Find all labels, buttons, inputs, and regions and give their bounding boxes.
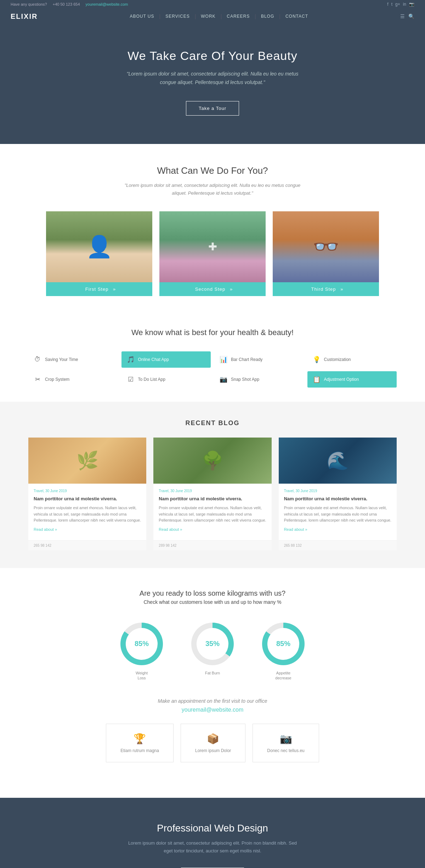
step-image-1: 👤 (46, 211, 152, 282)
feature-adjustment[interactable]: 📋 Adjustment Option (307, 371, 397, 388)
hero-description: "Lorem ipsum dolor sit amet, consectetur… (124, 70, 301, 87)
feature-saving-time-label: Saving Your Time (45, 357, 78, 362)
social-linkedin[interactable]: in (403, 2, 406, 7)
nav-services[interactable]: SERVICES (161, 12, 194, 21)
professional-title: Professional Web Design (28, 823, 397, 834)
feature-adjustment-label: Adjustment Option (324, 377, 359, 382)
adjustment-icon: 📋 (313, 375, 321, 383)
circle-pct-1: 85% (135, 640, 149, 648)
top-bar-phone: +40 50 123 654 (53, 2, 80, 6)
circle-label-2: Fat Burn (191, 671, 234, 675)
blog-stats-1: 265 98 142 (28, 540, 146, 550)
blog-meta-1: Travel, 30 June 2019 (34, 489, 141, 493)
blog-image-1: 🌿 (28, 438, 146, 484)
social-facebook[interactable]: f (387, 2, 388, 7)
circle-bg-2: 35% (191, 623, 234, 665)
services-title: What Can We Do For You? (28, 165, 397, 176)
todo-icon: ☑ (127, 375, 135, 383)
navbar-logo[interactable]: ELIXIR (11, 12, 38, 21)
navbar-links: ABOUT US | SERVICES | WORK | CAREERS | B… (125, 12, 312, 21)
blog-content-3: Travel, 30 June 2019 Nam porttitor urna … (279, 484, 397, 540)
blog-card-3: 🌊 Travel, 30 June 2019 Nam porttitor urn… (279, 438, 397, 550)
feature-snapshot[interactable]: 📷 Snap Shot App (214, 371, 304, 388)
bar-chart-icon: 📊 (220, 356, 227, 363)
feature-bar-chart[interactable]: 📊 Bar Chart Ready (214, 351, 304, 368)
step-card-2: ✚ Second Step » (159, 211, 266, 296)
blog-meta-3: Travel, 30 June 2019 (284, 489, 391, 493)
saving-time-icon: ⏱ (34, 356, 41, 363)
health-banner: We know what is best for your health & b… (0, 317, 425, 344)
circle-inner-2: 35% (197, 628, 228, 660)
step-label-1[interactable]: First Step » (46, 282, 152, 296)
appointment-icons: 🏆 Etiam rutrum magna 📦 Lorem ipsum Dolor… (57, 724, 368, 762)
blog-image-2: 🌳 (153, 438, 271, 484)
health-banner-title: We know what is best for your health & b… (28, 328, 397, 337)
top-bar-social: f t g+ in 📷 (387, 2, 414, 7)
step-image-2: ✚ (159, 211, 266, 282)
nav-work[interactable]: WORK (197, 12, 220, 21)
blog-section: RECENT BLOG 🌿 Travel, 30 June 2019 Nam p… (0, 402, 425, 568)
blog-stats-3: 265 88 132 (279, 540, 397, 550)
hero-section: We Take Care Of Your Beauty "Lorem ipsum… (0, 24, 425, 144)
navbar-menu-icon[interactable]: ☰ (400, 13, 405, 19)
feature-online-chat[interactable]: 🎵 Online Chat App (121, 351, 211, 368)
blog-image-3: 🌊 (279, 438, 397, 484)
feature-todo[interactable]: ☑ To Do List App (121, 371, 211, 388)
online-chat-icon: 🎵 (127, 356, 135, 363)
blog-card-1: 🌿 Travel, 30 June 2019 Nam porttitor urn… (28, 438, 146, 550)
step-image-3: 👓 (273, 211, 379, 282)
apt-icon-1: 🏆 (120, 733, 159, 745)
navbar-search-icon[interactable]: 🔍 (408, 13, 414, 19)
blog-read-2[interactable]: Read about » (159, 527, 266, 532)
step-label-3[interactable]: Third Step » (273, 282, 379, 296)
nav-careers[interactable]: CAREERS (222, 12, 254, 21)
top-bar: Have any questions? +40 50 123 654 youre… (0, 0, 425, 9)
blog-text-1: Proin ornare vulputate est amet rhoncus.… (34, 505, 141, 524)
nav-blog[interactable]: BLOG (257, 12, 278, 21)
services-subtitle: "Lorem ipsum dolor sit amet, consectetur… (124, 182, 301, 197)
feature-customization-label: Customization (324, 357, 351, 362)
step-card-3: 👓 Third Step » (273, 211, 379, 296)
blog-content-2: Travel, 30 June 2019 Nam porttitor urna … (153, 484, 271, 540)
feature-crop-system[interactable]: ✂ Crop System (28, 371, 118, 388)
blog-text-2: Proin ornare vulputate est amet rhoncus.… (159, 505, 266, 524)
snapshot-icon: 📷 (220, 375, 227, 383)
circle-weight-loss: 85% (120, 623, 163, 665)
professional-text: Lorem ipsum dolor sit amet, consectetur … (124, 839, 301, 855)
feature-bar-chart-label: Bar Chart Ready (231, 357, 262, 362)
top-bar-email[interactable]: youremail@website.com (86, 2, 128, 6)
professional-section: Professional Web Design Lorem ipsum dolo… (0, 798, 425, 868)
social-twitter[interactable]: t (391, 2, 392, 7)
features-grid: ⏱ Saving Your Time 🎵 Online Chat App 📊 B… (0, 344, 425, 402)
step-card-1: 👤 First Step » (46, 211, 152, 296)
social-google[interactable]: g+ (395, 2, 400, 7)
step-label-2[interactable]: Second Step » (159, 282, 266, 296)
steps-container: 👤 First Step » ✚ Second Step » 👓 Third S… (28, 211, 397, 296)
nav-about[interactable]: ABOUT US (125, 12, 158, 21)
feature-online-chat-label: Online Chat App (138, 357, 169, 362)
blog-content-1: Travel, 30 June 2019 Nam porttitor urna … (28, 484, 146, 540)
circle-inner-1: 85% (126, 628, 158, 660)
social-instagram[interactable]: 📷 (409, 2, 414, 7)
hero-cta-button[interactable]: Take a Tour (186, 101, 239, 116)
top-bar-question: Have any questions? (11, 2, 47, 6)
stats-subtitle: Check what our customers lose with us an… (28, 599, 397, 605)
feature-saving-time[interactable]: ⏱ Saving Your Time (28, 351, 118, 368)
appointment-text: Make an appointment on the first visit t… (57, 698, 368, 704)
stat-weight-loss: 85% WeightLoss (120, 623, 163, 681)
navbar: ELIXIR ABOUT US | SERVICES | WORK | CARE… (0, 9, 425, 24)
nav-contact[interactable]: CONTACT (281, 12, 312, 21)
blog-title-3: Nam porttitor urna id molestie viverra. (284, 496, 391, 502)
apt-label-3: Donec nec tellus.eu (267, 748, 304, 753)
blog-meta-2: Travel, 30 June 2019 (159, 489, 266, 493)
appointment-email[interactable]: youremail@website.com (57, 707, 368, 713)
feature-customization[interactable]: 💡 Customization (307, 351, 397, 368)
circle-label-3: Appetitedecrease (262, 671, 305, 681)
blog-read-3[interactable]: Read about » (284, 527, 391, 532)
top-bar-left: Have any questions? +40 50 123 654 youre… (11, 2, 128, 6)
crop-icon: ✂ (34, 375, 41, 383)
circle-appetite: 85% (262, 623, 305, 665)
blog-stats-2: 289 98 142 (153, 540, 271, 550)
blog-read-1[interactable]: Read about » (34, 527, 141, 532)
circle-fat-burn: 35% (191, 623, 234, 665)
